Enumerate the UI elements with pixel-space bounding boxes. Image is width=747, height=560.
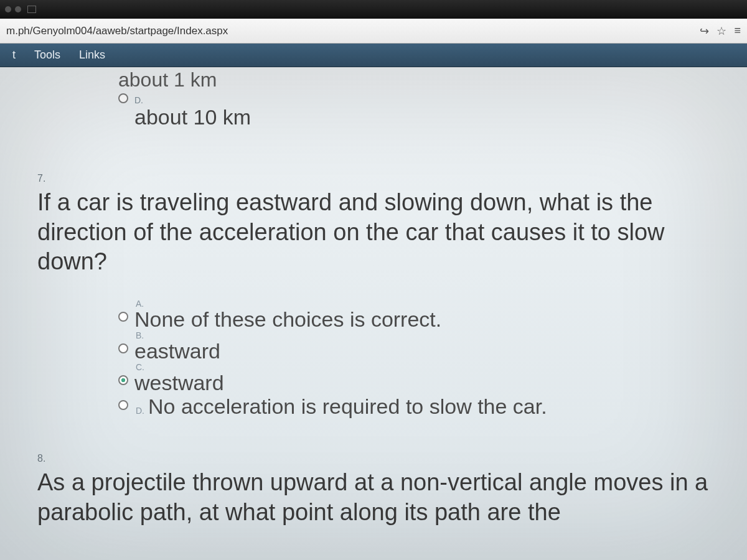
share-icon[interactable]: ↪ bbox=[700, 24, 709, 38]
radio-icon[interactable] bbox=[118, 343, 128, 353]
radio-icon[interactable] bbox=[118, 93, 128, 103]
choice-text: about 10 km bbox=[134, 105, 251, 129]
window-control-dot[interactable] bbox=[5, 6, 11, 12]
star-icon[interactable]: ☆ bbox=[716, 24, 726, 38]
choice-letter: C. bbox=[136, 363, 224, 371]
choice-text: None of these choices is correct. bbox=[134, 307, 441, 331]
question-text: As a projectile thrown upward at a non-v… bbox=[37, 468, 728, 527]
menu-item-links[interactable]: Links bbox=[79, 49, 105, 62]
choice-text: westward bbox=[134, 371, 224, 394]
window-control-box[interactable] bbox=[27, 6, 36, 13]
url-text[interactable]: m.ph/Genyolm004/aaweb/startpage/Index.as… bbox=[6, 25, 692, 37]
address-bar: m.ph/Genyolm004/aaweb/startpage/Index.as… bbox=[0, 19, 747, 44]
choice-text: No acceleration is required to slow the … bbox=[148, 395, 547, 418]
radio-icon[interactable] bbox=[118, 375, 128, 385]
browser-window: m.ph/Genyolm004/aaweb/startpage/Index.as… bbox=[0, 0, 747, 560]
choice-letter: D. bbox=[136, 406, 144, 415]
question-number: 7. bbox=[37, 173, 728, 184]
page-content: about 1 km D. about 10 km 7. If a car is… bbox=[0, 67, 747, 560]
question-text: If a car is traveling eastward and slowi… bbox=[37, 188, 722, 277]
choice-b-row[interactable]: B. eastward bbox=[118, 331, 728, 363]
choice-c-text: about 1 km bbox=[118, 70, 728, 90]
question-number: 8. bbox=[37, 453, 728, 464]
choice-a-row[interactable]: A. None of these choices is correct. bbox=[118, 299, 728, 331]
choice-text: eastward bbox=[134, 339, 220, 363]
choice-letter: B. bbox=[136, 331, 220, 340]
choice-c-row[interactable]: C. westward bbox=[118, 363, 728, 394]
question-7-choices: A. None of these choices is correct. B. … bbox=[37, 299, 728, 419]
radio-icon[interactable] bbox=[118, 400, 128, 410]
menu-item[interactable]: t bbox=[12, 49, 16, 62]
choice-letter: D. bbox=[134, 95, 251, 105]
choice-d-row[interactable]: D. about 10 km bbox=[118, 91, 728, 129]
choice-d-row[interactable]: D. No acceleration is required to slow t… bbox=[118, 395, 728, 418]
choice-letter: A. bbox=[136, 299, 441, 308]
reading-icon[interactable]: ≡ bbox=[734, 24, 741, 37]
menu-bar: t Tools Links bbox=[0, 44, 747, 67]
window-titlebar bbox=[0, 0, 747, 19]
radio-icon[interactable] bbox=[118, 312, 128, 322]
window-control-dot[interactable] bbox=[15, 6, 21, 12]
question-6-partial: about 1 km D. about 10 km bbox=[37, 67, 728, 129]
menu-item-tools[interactable]: Tools bbox=[34, 49, 60, 62]
